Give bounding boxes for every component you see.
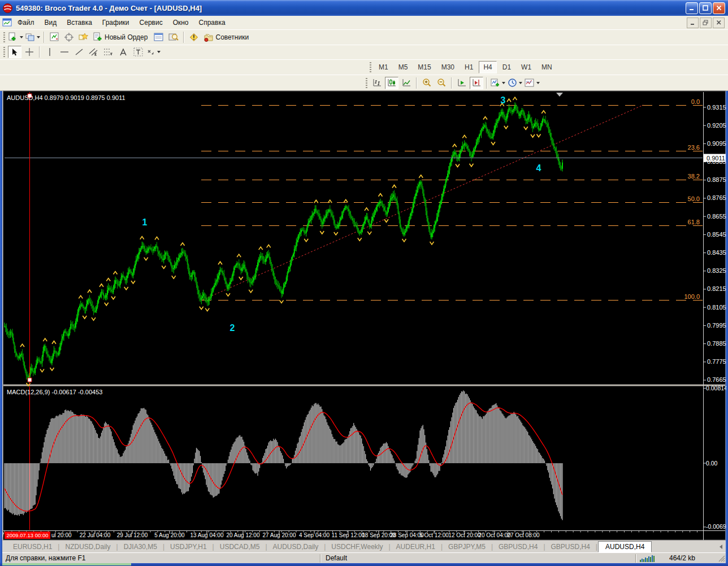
chart-tab-DJIA30-M5[interactable]: DJIA30,M5 <box>119 542 162 552</box>
strategy-tester-button[interactable] <box>167 31 180 43</box>
candlestick-chart-button[interactable] <box>385 77 398 89</box>
title-bar: 549380: Broco Trader 4.0 - Демо Счет - [… <box>0 0 728 16</box>
svg-text:11 Sep 12:00: 11 Sep 12:00 <box>332 532 365 538</box>
period-button-H1[interactable]: H1 <box>460 61 478 73</box>
text-tool-button[interactable] <box>116 46 130 58</box>
toolbar-grip[interactable] <box>370 62 371 72</box>
chart-tab-AUDUSD-Daily[interactable]: AUDUSD,Daily <box>268 542 324 552</box>
tab-scroll-left-button[interactable] <box>720 545 722 549</box>
svg-text:12 Oct 20:00: 12 Oct 20:00 <box>448 532 481 538</box>
chart-tab-AUDUSD-H4[interactable]: AUDUSD,H4 <box>598 541 652 552</box>
toolbar-grip[interactable] <box>3 32 5 42</box>
minimize-button[interactable] <box>686 2 698 14</box>
horizontal-line-tool-button[interactable] <box>58 46 71 58</box>
bar-chart-button[interactable] <box>370 77 384 89</box>
vertical-line-tool-button[interactable] <box>43 46 57 58</box>
terminal-button[interactable] <box>152 31 166 43</box>
profiles-button[interactable] <box>25 31 41 43</box>
menu-item-service[interactable]: Сервис <box>135 17 168 28</box>
menu-item-charts[interactable]: Графики <box>97 17 135 28</box>
status-profile[interactable]: Default <box>326 554 347 562</box>
chart-shift-button[interactable] <box>470 77 483 89</box>
fibonacci-tool-button[interactable] <box>102 46 115 58</box>
period-button-MN[interactable]: MN <box>537 61 557 73</box>
menu-item-view[interactable]: Вид <box>40 17 62 28</box>
connection-signal-icon <box>640 555 656 562</box>
menu-item-file[interactable]: Файл <box>12 17 40 28</box>
window-frame-bottom-accent <box>2 563 131 565</box>
cursor-tool-button[interactable] <box>8 46 21 58</box>
chart-tab-USDJPY-H1[interactable]: USDJPY,H1 <box>165 542 211 552</box>
wave-label-3: 3 <box>501 95 506 105</box>
resize-grip[interactable] <box>718 555 725 562</box>
menu-item-window[interactable]: Окно <box>168 17 194 28</box>
menu-item-insert[interactable]: Вставка <box>62 17 97 28</box>
alerts-button[interactable] <box>187 31 201 43</box>
maximize-button[interactable] <box>699 2 712 14</box>
mdi-close-button[interactable] <box>713 18 725 28</box>
toolbar-grip[interactable] <box>3 47 5 57</box>
new-order-button[interactable]: Новый Ордер <box>92 31 151 43</box>
new-chart-button[interactable] <box>8 31 24 43</box>
mdi-minimize-button[interactable] <box>687 18 699 28</box>
svg-text:5 Aug 20:00: 5 Aug 20:00 <box>154 532 185 538</box>
svg-text:0.9011: 0.9011 <box>707 155 725 162</box>
favorites-button[interactable] <box>77 31 90 43</box>
status-traffic: 464/2 kb <box>669 554 695 562</box>
svg-text:50.0: 50.0 <box>688 195 700 202</box>
svg-text:7: 7 <box>2 532 5 538</box>
periods-button[interactable] <box>507 77 523 89</box>
macd-info-line: MACD(12,26,9) -0.00617 -0.00453 <box>7 389 102 395</box>
period-button-M5[interactable]: M5 <box>394 61 413 73</box>
svg-text:0.7995: 0.7995 <box>707 322 726 329</box>
line-chart-button[interactable] <box>400 77 413 89</box>
toolbar-grip[interactable] <box>366 78 367 88</box>
period-button-M30[interactable]: M30 <box>437 61 459 73</box>
period-button-D1[interactable]: D1 <box>498 61 515 73</box>
svg-text:38.2: 38.2 <box>688 173 700 180</box>
svg-text:0.8215: 0.8215 <box>707 285 726 292</box>
svg-text:20 Oct 04:00: 20 Oct 04:00 <box>478 532 511 538</box>
menu-item-help[interactable]: Справка <box>194 17 231 28</box>
chart-tab-EURUSD-H1[interactable]: EURUSD,H1 <box>8 542 57 552</box>
svg-text:0.9315: 0.9315 <box>707 104 726 111</box>
chart-canvas[interactable]: 0.023.638.250.061.8100.01234AUDUSD,H4 0.… <box>2 90 726 541</box>
chart-tab-USDCHF-Weekly[interactable]: USDCHF,Weekly <box>326 542 388 552</box>
indicators-button[interactable] <box>490 77 506 89</box>
chart-tab-NZDUSD-Daily[interactable]: NZDUSD,Daily <box>60 542 115 552</box>
toolbar-separator <box>451 77 452 89</box>
auto-scroll-button[interactable] <box>455 77 469 89</box>
chart-tab-AUDEUR-H1[interactable]: AUDEUR,H1 <box>391 542 440 552</box>
crosshair-target-button[interactable] <box>62 31 76 43</box>
chart-tab-GBPUSD-H4[interactable]: GBPUSD,H4 <box>493 542 543 552</box>
crosshair-tool-button[interactable] <box>23 46 36 58</box>
templates-button[interactable] <box>524 77 540 89</box>
line-studies-toolbar <box>0 45 728 60</box>
period-button-M15[interactable]: M15 <box>413 61 435 73</box>
close-button[interactable] <box>713 2 725 14</box>
chart-mdi-icon[interactable] <box>2 18 12 27</box>
period-button-M1[interactable]: M1 <box>374 61 393 73</box>
period-button-H4[interactable]: H4 <box>479 61 496 73</box>
toolbar-separator <box>39 46 40 58</box>
svg-text:0.8875: 0.8875 <box>707 176 726 183</box>
channel-tool-button[interactable] <box>87 46 101 58</box>
svg-text:0.8765: 0.8765 <box>707 194 726 201</box>
svg-text:0.00: 0.00 <box>706 460 718 467</box>
svg-text:5 Oct 12:00: 5 Oct 12:00 <box>419 532 449 538</box>
text-label-tool-button[interactable] <box>131 46 145 58</box>
period-button-W1[interactable]: W1 <box>517 61 536 73</box>
zoom-in-button[interactable] <box>420 77 434 89</box>
mdi-restore-button[interactable] <box>700 18 712 28</box>
chart-tab-GBPUSD-H4[interactable]: GBPUSD,H4 <box>546 542 595 552</box>
arrows-tool-button[interactable] <box>146 46 161 58</box>
trendline-tool-button[interactable] <box>72 46 86 58</box>
tick-chart-button[interactable] <box>47 31 61 43</box>
charts-toolbar-row <box>0 75 728 91</box>
svg-text:27 Oct 08:00: 27 Oct 08:00 <box>507 532 540 538</box>
chart-tab-USDCAD-M5[interactable]: USDCAD,M5 <box>215 542 265 552</box>
chart-tab-bar: EURUSD,H1|NZDUSD,Daily|DJIA30,M5|USDJPY,… <box>2 541 726 552</box>
chart-tab-GBPJPY-M5[interactable]: GBPJPY,M5 <box>443 542 491 552</box>
zoom-out-button[interactable] <box>435 77 448 89</box>
advisors-button[interactable]: Советники <box>202 31 252 43</box>
